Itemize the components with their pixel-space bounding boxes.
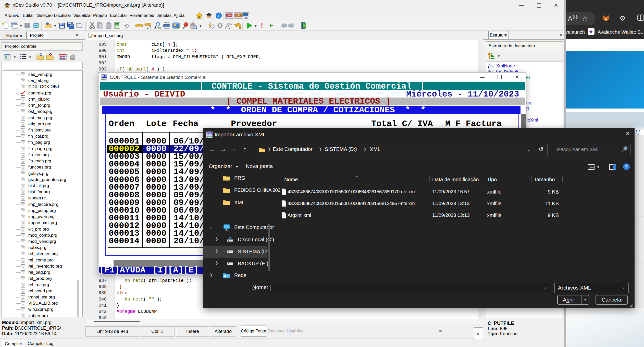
svg-text:DBU: DBU (227, 14, 232, 17)
svg-text:system: system (206, 135, 212, 138)
svg-text:C/S: C/S (236, 14, 240, 17)
svg-text:DJS: DJS (102, 75, 107, 78)
svg-text::: : (9, 56, 10, 59)
svg-text:MAIN: MAIN (21, 94, 25, 96)
svg-text:MAIN: MAIN (70, 58, 75, 60)
svg-text:DJS: DJS (207, 132, 212, 135)
svg-text:system: system (101, 78, 107, 80)
svg-text:B: B (159, 27, 161, 29)
svg-text:A: A (154, 27, 156, 29)
svg-text:i: i (218, 13, 219, 18)
